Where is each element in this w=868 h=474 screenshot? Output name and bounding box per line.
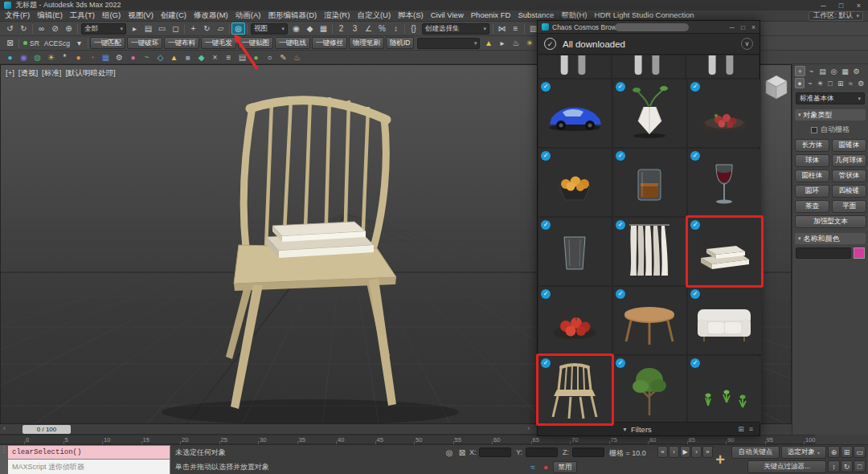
angle-snap-toggle[interactable]: ∠ [362, 22, 375, 35]
shapes-category[interactable]: ~ [805, 78, 815, 88]
selected-check-icon[interactable]: ✓ [616, 289, 625, 299]
cosmos-maximize-button[interactable]: □ [741, 23, 745, 31]
one-key-destroy-button[interactable]: 一键破坏 [127, 37, 162, 49]
select-by-name-button[interactable]: ▤ [141, 22, 155, 35]
selected-objects-dropdown[interactable]: 选定对象 ▾ [781, 446, 826, 459]
primitive-button-圆环[interactable]: 圆环 [795, 185, 829, 198]
sun-icon[interactable]: ☀ [44, 51, 58, 63]
object-type-rollout[interactable]: ▾ 对象类型 [795, 109, 866, 121]
selected-check-icon[interactable]: ✓ [616, 151, 625, 161]
geometry-category[interactable]: ● [795, 78, 805, 88]
select-and-move-button[interactable]: + [186, 22, 200, 35]
menu-item-2[interactable]: 工具(T) [70, 10, 95, 21]
object-color-swatch[interactable] [854, 247, 865, 259]
autogrid-toggle[interactable]: 自动栅格 [792, 125, 868, 135]
window-crossing-toggle[interactable]: ◻ [169, 22, 182, 35]
asset-whiskey-glass[interactable]: ✓ [613, 149, 686, 216]
menu-item-10[interactable]: 自定义(U) [357, 10, 391, 21]
sphere-teal-icon[interactable]: ● [3, 51, 17, 63]
asset-book-stack[interactable]: ✓ [688, 218, 761, 285]
selection-lock-toggle[interactable]: ⊠ [3, 37, 17, 49]
motion-tab[interactable]: ◎ [829, 66, 839, 76]
chevron-down-icon[interactable]: ∨ [741, 38, 753, 50]
selected-check-icon[interactable]: ✓ [541, 220, 551, 230]
gear-icon[interactable]: ⚙ [113, 51, 126, 63]
key-filters-button[interactable]: 关键点过滤器... [747, 460, 826, 473]
cosmos-category-header[interactable]: ✓ All downloaded ∨ [538, 34, 760, 55]
record-icon[interactable]: ● [540, 461, 551, 472]
sphere-red-icon[interactable]: ◔ [85, 51, 99, 63]
adaptive-degradation-icon[interactable]: ≈ [527, 461, 538, 472]
zoom-extents-button[interactable]: ⊞ [841, 446, 853, 458]
asset-coffee-table[interactable]: ✓ [613, 287, 686, 354]
one-key-wire-button[interactable]: 一键电线 [275, 37, 310, 49]
keyboard-override-toggle[interactable]: ▦ [317, 22, 330, 35]
slider-right-arrow-icon[interactable]: › [527, 424, 530, 432]
unlink-selection-button[interactable]: ⊘ [48, 22, 62, 35]
align-button[interactable]: ≡ [509, 22, 522, 35]
reference-coordinate-dropdown[interactable]: 视图▾ [251, 23, 288, 35]
triangle-yellow-icon[interactable]: ▲ [167, 51, 181, 63]
one-key-match-button[interactable]: 一键匹配 [90, 37, 125, 49]
one-key-hair-button[interactable]: 一键毛发 [201, 37, 236, 49]
menu-item-11[interactable]: 脚本(S) [398, 10, 424, 21]
hierarchy-tab[interactable]: ▤ [817, 66, 828, 76]
one-key-map-button[interactable]: 一键贴图 [238, 37, 273, 49]
percent-snap-toggle[interactable]: % [375, 22, 389, 35]
panel-icon[interactable]: ▤ [235, 51, 249, 63]
menu-item-7[interactable]: 动画(A) [235, 10, 261, 21]
plugin-preset-dropdown[interactable]: ▾ [417, 38, 480, 49]
cosmos-close-button[interactable]: × [751, 23, 755, 31]
primitive-button-管状体[interactable]: 管状体 [832, 170, 866, 182]
viewport-standard-label[interactable]: [标准] [42, 68, 61, 79]
asset-sports-car[interactable]: ✓ [538, 80, 612, 147]
pick-object-icon[interactable]: ▸ [495, 37, 509, 49]
object-name-input[interactable] [796, 247, 851, 259]
teapot-orange-icon[interactable]: ♨ [290, 51, 304, 63]
selected-check-icon[interactable]: ✓ [690, 151, 700, 161]
lights-category[interactable]: ☀ [815, 78, 825, 88]
select-and-link-button[interactable]: ∞ [35, 22, 48, 35]
selected-check-icon[interactable]: ✓ [690, 358, 700, 368]
time-slider-handle[interactable]: 0 / 100 [23, 425, 71, 434]
cross-icon[interactable]: × [208, 51, 222, 63]
primitive-button-长方体[interactable]: 长方体 [795, 139, 829, 152]
color-management-label[interactable]: ACEScg [42, 39, 72, 47]
chaos-cosmos-browser-button[interactable]: ◎ [231, 22, 245, 35]
menu-item-3[interactable]: 组(G) [102, 10, 121, 21]
asset-food-platter[interactable]: ✓ [688, 80, 761, 147]
menu-item-4[interactable]: 视图(V) [128, 10, 154, 21]
menu-item-12[interactable]: Civil View [431, 10, 464, 21]
square-gray-icon[interactable]: ■ [181, 51, 194, 63]
selected-check-icon[interactable]: ✓ [616, 220, 625, 230]
slider-left-arrow-icon[interactable]: ‹ [3, 424, 6, 432]
mirror-button[interactable]: ⋈ [495, 22, 509, 35]
globe-green-icon[interactable]: ◍ [31, 51, 44, 63]
primitive-type-dropdown[interactable]: 标准基本体 ▾ [796, 92, 865, 104]
selected-check-icon[interactable]: ✓ [541, 151, 551, 161]
circle-icon[interactable]: ○ [263, 51, 276, 63]
menu-item-1[interactable]: 编辑(E) [37, 10, 63, 21]
sphere-pink-icon[interactable]: ● [126, 51, 140, 63]
selected-check-icon[interactable]: ✓ [690, 220, 700, 230]
selection-filter-dropdown[interactable]: 全部▾ [81, 23, 126, 35]
cosmos-title-bar[interactable]: Chaos Cosmos Browser ─ □ × [538, 21, 760, 34]
space-warps-category[interactable]: ≈ [846, 78, 856, 88]
asset-wooden-chair[interactable]: ✓ [538, 356, 612, 423]
redo-button[interactable]: ↻ [17, 22, 31, 35]
snap-toggle-3d[interactable]: 3 [348, 22, 362, 35]
spinner-snap-toggle[interactable]: ↕ [389, 22, 403, 35]
maximize-button[interactable]: □ [836, 2, 846, 10]
time-slider[interactable]: ‹ 0 / 100 › [0, 424, 537, 435]
asset-apple-plate[interactable]: ✓ [538, 287, 612, 354]
chevron-down-icon[interactable]: ▾ [72, 37, 86, 49]
selected-check-icon[interactable]: ✓ [690, 82, 700, 92]
menu-item-0[interactable]: 文件(F) [5, 10, 30, 21]
warning-icon[interactable]: ▲ [481, 37, 495, 49]
sphere-green-icon[interactable]: ● [249, 51, 263, 63]
primitive-button-几何球体[interactable]: 几何球体 [832, 154, 866, 167]
autogrid-checkbox[interactable] [811, 127, 817, 133]
selected-check-icon[interactable]: ✓ [541, 82, 551, 92]
asset-vase-with-plant[interactable]: ✓ [613, 80, 686, 147]
zoom-button[interactable]: ⊕ [828, 446, 840, 458]
